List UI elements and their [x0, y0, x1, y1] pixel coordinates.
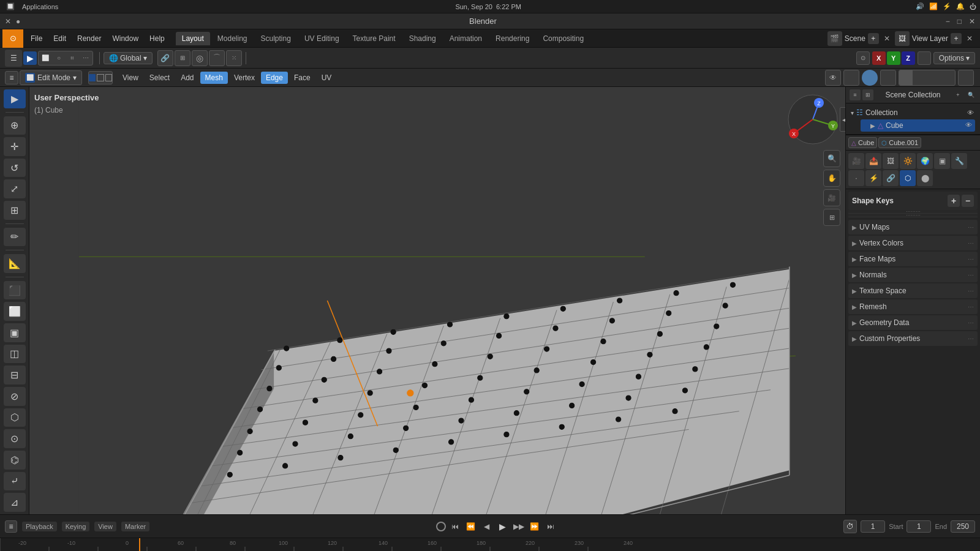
mirror-btn[interactable]	[918, 51, 931, 65]
jump-start-btn[interactable]: ⏮	[448, 520, 462, 533]
viewport-settings[interactable]	[958, 70, 974, 86]
options-dropdown[interactable]: Options ▾	[933, 52, 975, 64]
face-menu[interactable]: Face	[289, 72, 315, 84]
time-mode-btn[interactable]: ⏱	[843, 520, 857, 533]
select-lasso-btn[interactable]: ⌗	[66, 51, 79, 65]
applications-label[interactable]: Applications	[20, 2, 61, 11]
render-engine-dropdown[interactable]: 🖼	[895, 31, 910, 46]
inset-tool[interactable]: ▣	[4, 323, 26, 342]
collection-add-btn[interactable]: +	[952, 89, 963, 100]
collection-header[interactable]: ▾ ☷ Collection 👁	[851, 106, 975, 119]
tab-sculpting[interactable]: Sculpting	[255, 32, 297, 45]
tab-modeling[interactable]: Modeling	[211, 32, 254, 45]
prop-modifier-tab[interactable]: 🔧	[951, 153, 967, 169]
expand-row-2[interactable]: ⋯⋯⋯	[848, 214, 978, 217]
remesh-header[interactable]: ▶ Remesh ⋯	[848, 299, 978, 314]
tab-rendering[interactable]: Rendering	[489, 32, 535, 45]
uv-maps-header[interactable]: ▶ UV Maps ⋯	[848, 220, 978, 234]
shade-render[interactable]	[941, 70, 955, 85]
marker-btn[interactable]: Marker	[121, 522, 149, 531]
window-menu[interactable]: Window	[107, 32, 143, 45]
custom-properties-header[interactable]: ▶ Custom Properties ⋯	[848, 331, 978, 346]
minimize-btn[interactable]: −	[946, 17, 950, 26]
overlay-btn[interactable]	[843, 70, 859, 86]
close-btn[interactable]: ✕	[5, 17, 11, 26]
move-tool[interactable]: ✛	[4, 137, 26, 156]
view-layer-add-btn[interactable]: +	[951, 33, 962, 44]
current-frame[interactable]: 1	[861, 520, 885, 533]
pan-btn[interactable]: ✋	[823, 170, 840, 187]
prop-object-tab[interactable]: ▣	[934, 153, 950, 169]
prop-physics-tab[interactable]: ⚡	[865, 170, 881, 186]
snap-toggle[interactable]: 🔗	[157, 50, 173, 66]
camera-btn[interactable]: 🎥	[823, 189, 840, 206]
tab-shading[interactable]: Shading	[403, 32, 442, 45]
proportional-type[interactable]: ⌒	[209, 50, 225, 66]
jump-end-btn[interactable]: ⏭	[544, 520, 557, 533]
smooth-tool[interactable]: ⌬	[4, 451, 26, 470]
play-btn[interactable]: ▶	[496, 520, 510, 533]
object-dropdown-row[interactable]: △ Cube	[848, 137, 877, 148]
select-box-btn[interactable]: ⬜	[39, 51, 52, 65]
tab-layout[interactable]: Layout	[176, 32, 210, 45]
viewport-toggle-group[interactable]	[88, 71, 113, 84]
z-lock-btn[interactable]: Z	[902, 51, 915, 65]
tab-texture-paint[interactable]: Texture Paint	[347, 32, 402, 45]
edit-menu[interactable]: Edit	[48, 32, 71, 45]
select-tool-btn[interactable]: ▶	[23, 51, 37, 65]
scene-dropdown[interactable]: 🎬	[827, 31, 842, 46]
prop-filter-btn[interactable]: ≡	[850, 89, 861, 100]
spin-tool[interactable]: ⊙	[4, 429, 26, 448]
sc-search-btn[interactable]: 🔍	[965, 89, 976, 100]
view-menu[interactable]: View	[118, 72, 143, 84]
scale-tool[interactable]: ⤢	[4, 179, 26, 198]
keying-btn[interactable]: Keying	[62, 522, 90, 531]
tab-uv-editing[interactable]: UV Editing	[298, 32, 345, 45]
editor-type-small[interactable]: ≡	[5, 71, 18, 84]
grid-btn[interactable]: ⊞	[823, 209, 840, 226]
snap-settings[interactable]: ⊞	[175, 50, 190, 66]
vertex-menu[interactable]: Vertex	[229, 72, 260, 84]
shape-key-add-btn[interactable]: +	[948, 195, 960, 207]
tab-animation[interactable]: Animation	[443, 32, 488, 45]
face-maps-header[interactable]: ▶ Face Maps ⋯	[848, 252, 978, 266]
playback-btn[interactable]: Playback	[22, 522, 57, 531]
viewport-shade-toggle[interactable]: 👁	[825, 70, 841, 86]
shade-material[interactable]	[927, 70, 941, 85]
start-frame[interactable]: 1	[907, 520, 931, 533]
timeline-ruler[interactable]: -20 -10 0 60 80 100 120 140 160 180 220 …	[0, 538, 980, 551]
prop-output-tab[interactable]: 📤	[865, 153, 881, 169]
prop-view-layer-tab[interactable]: 🖼	[883, 153, 899, 169]
prop-view-btn[interactable]: ⊞	[862, 89, 873, 100]
prop-material-tab[interactable]: ⬤	[917, 170, 933, 186]
collapse-panel-btn[interactable]: ◀	[840, 107, 845, 132]
render-menu[interactable]: Render	[72, 32, 106, 45]
shape-key-remove-btn[interactable]: −	[962, 195, 974, 207]
rotate-tool[interactable]: ↺	[4, 159, 26, 178]
prop-world-tab[interactable]: 🌍	[917, 153, 933, 169]
select-tool[interactable]: ▶	[4, 89, 26, 108]
transform-pivots[interactable]: ⁙	[226, 50, 242, 66]
mode-dropdown[interactable]: ⬜ Edit Mode ▾	[20, 70, 82, 85]
annotate-tool[interactable]: ✏	[4, 228, 26, 247]
add-menu[interactable]: Add	[176, 72, 198, 84]
uv-menu[interactable]: UV	[317, 72, 337, 84]
add-cube-tool[interactable]: ⬛	[4, 281, 26, 300]
render-mode-btn[interactable]	[862, 70, 878, 86]
poly-build-tool[interactable]: ⬡	[4, 408, 26, 427]
edge-menu[interactable]: Edge	[261, 72, 288, 84]
loop-cut-tool[interactable]: ⊟	[4, 365, 26, 384]
prop-scene-tab[interactable]: 🔆	[900, 153, 916, 169]
prop-data-tab[interactable]: ⬡	[900, 170, 916, 186]
scene-add-btn[interactable]: +	[868, 33, 879, 44]
timeline-editor-type[interactable]: ≡	[5, 520, 17, 533]
prop-particles-tab[interactable]: ·	[848, 170, 864, 186]
cursor-tool[interactable]: ⊕	[4, 116, 26, 135]
blender-logo[interactable]: ⊙	[2, 29, 23, 48]
shear-tool[interactable]: ⊿	[4, 493, 26, 512]
cube-visibility[interactable]: 👁	[965, 121, 975, 130]
measure-tool[interactable]: 📐	[4, 254, 26, 273]
maximize-btn[interactable]: □	[957, 17, 962, 26]
next-keyframe-btn[interactable]: ⏩	[528, 520, 541, 533]
select-paint-btn[interactable]: ⋯	[79, 51, 92, 65]
